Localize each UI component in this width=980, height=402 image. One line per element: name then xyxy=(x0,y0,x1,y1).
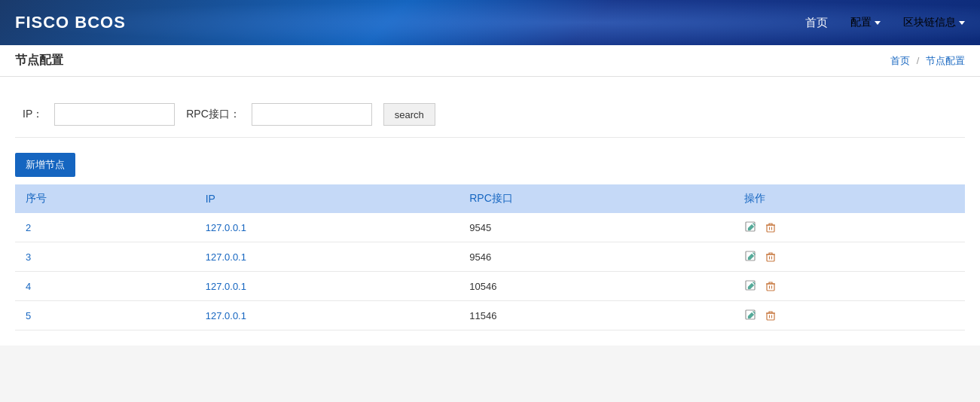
action-icons xyxy=(744,309,954,322)
cell-rpc: 9546 xyxy=(459,242,734,272)
cell-action xyxy=(734,272,965,301)
svg-rect-1 xyxy=(767,225,774,232)
cell-rpc: 11546 xyxy=(459,301,734,330)
rpc-label: RPC接口： xyxy=(186,108,240,121)
cell-rpc: 10546 xyxy=(459,272,734,301)
breadcrumb-home-link[interactable]: 首页 xyxy=(890,55,910,66)
table-header: 序号 IP RPC接口 操作 xyxy=(15,184,965,213)
breadcrumb-bar: 节点配置 首页 / 节点配置 xyxy=(0,45,980,77)
edit-icon[interactable] xyxy=(744,250,758,263)
cell-ip: 127.0.0.1 xyxy=(195,301,459,330)
table-header-row: 序号 IP RPC接口 操作 xyxy=(15,184,965,213)
col-header-ip: IP xyxy=(195,184,459,213)
cell-id: 4 xyxy=(15,272,195,301)
node-table: 序号 IP RPC接口 操作 2127.0.0.19545 3127.0.0.1… xyxy=(15,184,965,330)
search-button[interactable]: search xyxy=(383,103,435,126)
cell-action xyxy=(734,242,965,272)
nav-config-label: 配置 xyxy=(850,16,872,29)
edit-icon[interactable] xyxy=(744,279,758,293)
main-content: IP： RPC接口： search 新增节点 序号 IP RPC接口 操作 21… xyxy=(0,77,980,346)
nav-config-dropdown[interactable]: 配置 xyxy=(850,16,881,29)
nav-blockchain-label: 区块链信息 xyxy=(903,16,956,29)
delete-icon[interactable] xyxy=(764,250,777,263)
nav-config-chevron-icon xyxy=(875,21,881,25)
cell-ip: 127.0.0.1 xyxy=(195,242,459,272)
action-icons xyxy=(744,221,954,234)
nav-blockchain-chevron-icon xyxy=(959,21,965,25)
ip-input[interactable] xyxy=(54,103,175,126)
nav-blockchain-dropdown[interactable]: 区块链信息 xyxy=(903,16,965,29)
table-row: 5127.0.0.111546 xyxy=(15,301,965,330)
table-row: 4127.0.0.110546 xyxy=(15,272,965,301)
rpc-input[interactable] xyxy=(252,103,372,126)
col-header-action: 操作 xyxy=(734,184,965,213)
delete-icon[interactable] xyxy=(764,221,777,234)
table-body: 2127.0.0.19545 3127.0.0.19546 4127.0.0.1… xyxy=(15,213,965,330)
breadcrumb-separator: / xyxy=(917,55,920,66)
svg-rect-3 xyxy=(767,254,774,261)
edit-icon[interactable] xyxy=(744,309,758,322)
breadcrumb: 首页 / 节点配置 xyxy=(890,54,965,68)
svg-rect-5 xyxy=(767,284,774,291)
cell-ip: 127.0.0.1 xyxy=(195,272,459,301)
delete-icon[interactable] xyxy=(764,309,777,322)
table-row: 2127.0.0.19545 xyxy=(15,213,965,242)
cell-rpc: 9545 xyxy=(459,213,734,242)
col-header-id: 序号 xyxy=(15,184,195,213)
cell-id: 2 xyxy=(15,213,195,242)
app-logo: FISCO BCOS xyxy=(15,13,126,32)
app-header: FISCO BCOS 首页 配置 区块链信息 xyxy=(0,0,980,45)
action-icons xyxy=(744,250,954,263)
main-nav: 首页 配置 区块链信息 xyxy=(805,16,965,30)
svg-rect-7 xyxy=(767,313,774,320)
delete-icon[interactable] xyxy=(764,279,777,293)
breadcrumb-current: 节点配置 xyxy=(926,55,965,66)
search-area: IP： RPC接口： search xyxy=(15,92,965,138)
nav-home[interactable]: 首页 xyxy=(805,16,828,30)
edit-icon[interactable] xyxy=(744,221,758,234)
add-node-button[interactable]: 新增节点 xyxy=(15,153,75,177)
cell-action xyxy=(734,301,965,330)
cell-action xyxy=(734,213,965,242)
add-btn-area: 新增节点 xyxy=(15,153,965,177)
action-icons xyxy=(744,279,954,293)
ip-label: IP： xyxy=(23,108,43,121)
page-title: 节点配置 xyxy=(15,53,63,69)
cell-ip: 127.0.0.1 xyxy=(195,213,459,242)
cell-id: 3 xyxy=(15,242,195,272)
col-header-rpc: RPC接口 xyxy=(459,184,734,213)
table-row: 3127.0.0.19546 xyxy=(15,242,965,272)
cell-id: 5 xyxy=(15,301,195,330)
